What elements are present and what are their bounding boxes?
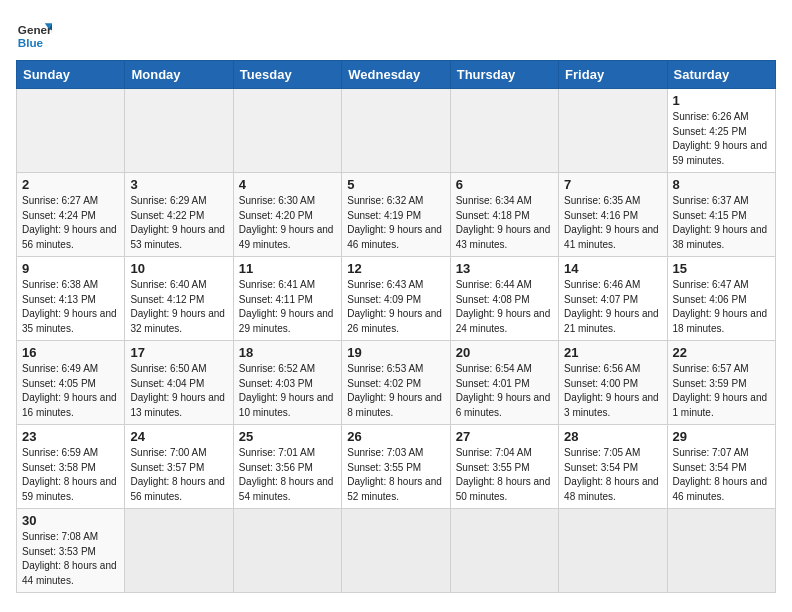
- day-info: Sunrise: 6:44 AM Sunset: 4:08 PM Dayligh…: [456, 278, 553, 336]
- day-info: Sunrise: 6:52 AM Sunset: 4:03 PM Dayligh…: [239, 362, 336, 420]
- calendar-day-cell: 18Sunrise: 6:52 AM Sunset: 4:03 PM Dayli…: [233, 341, 341, 425]
- day-info: Sunrise: 6:59 AM Sunset: 3:58 PM Dayligh…: [22, 446, 119, 504]
- day-number: 18: [239, 345, 336, 360]
- day-info: Sunrise: 7:08 AM Sunset: 3:53 PM Dayligh…: [22, 530, 119, 588]
- day-info: Sunrise: 7:04 AM Sunset: 3:55 PM Dayligh…: [456, 446, 553, 504]
- calendar-week-row: 23Sunrise: 6:59 AM Sunset: 3:58 PM Dayli…: [17, 425, 776, 509]
- calendar-day-cell: 26Sunrise: 7:03 AM Sunset: 3:55 PM Dayli…: [342, 425, 450, 509]
- day-number: 15: [673, 261, 770, 276]
- day-info: Sunrise: 6:30 AM Sunset: 4:20 PM Dayligh…: [239, 194, 336, 252]
- calendar-day-cell: 25Sunrise: 7:01 AM Sunset: 3:56 PM Dayli…: [233, 425, 341, 509]
- calendar-day-cell: 22Sunrise: 6:57 AM Sunset: 3:59 PM Dayli…: [667, 341, 775, 425]
- day-number: 28: [564, 429, 661, 444]
- day-number: 17: [130, 345, 227, 360]
- day-number: 3: [130, 177, 227, 192]
- day-info: Sunrise: 6:43 AM Sunset: 4:09 PM Dayligh…: [347, 278, 444, 336]
- day-info: Sunrise: 7:05 AM Sunset: 3:54 PM Dayligh…: [564, 446, 661, 504]
- svg-text:Blue: Blue: [18, 36, 44, 49]
- header: General Blue: [16, 16, 776, 52]
- day-number: 10: [130, 261, 227, 276]
- day-info: Sunrise: 6:47 AM Sunset: 4:06 PM Dayligh…: [673, 278, 770, 336]
- calendar-week-row: 30Sunrise: 7:08 AM Sunset: 3:53 PM Dayli…: [17, 509, 776, 593]
- day-info: Sunrise: 7:03 AM Sunset: 3:55 PM Dayligh…: [347, 446, 444, 504]
- calendar-day-cell: 10Sunrise: 6:40 AM Sunset: 4:12 PM Dayli…: [125, 257, 233, 341]
- day-number: 29: [673, 429, 770, 444]
- col-header-saturday: Saturday: [667, 61, 775, 89]
- col-header-wednesday: Wednesday: [342, 61, 450, 89]
- day-number: 30: [22, 513, 119, 528]
- calendar-week-row: 2Sunrise: 6:27 AM Sunset: 4:24 PM Daylig…: [17, 173, 776, 257]
- logo-icon: General Blue: [16, 16, 52, 52]
- day-info: Sunrise: 6:29 AM Sunset: 4:22 PM Dayligh…: [130, 194, 227, 252]
- day-number: 14: [564, 261, 661, 276]
- calendar-day-cell: 2Sunrise: 6:27 AM Sunset: 4:24 PM Daylig…: [17, 173, 125, 257]
- calendar-day-cell: 19Sunrise: 6:53 AM Sunset: 4:02 PM Dayli…: [342, 341, 450, 425]
- calendar-day-cell: 23Sunrise: 6:59 AM Sunset: 3:58 PM Dayli…: [17, 425, 125, 509]
- day-number: 11: [239, 261, 336, 276]
- calendar-day-cell: 11Sunrise: 6:41 AM Sunset: 4:11 PM Dayli…: [233, 257, 341, 341]
- day-info: Sunrise: 7:07 AM Sunset: 3:54 PM Dayligh…: [673, 446, 770, 504]
- calendar-day-cell: [450, 509, 558, 593]
- calendar-day-cell: 4Sunrise: 6:30 AM Sunset: 4:20 PM Daylig…: [233, 173, 341, 257]
- col-header-monday: Monday: [125, 61, 233, 89]
- day-info: Sunrise: 6:49 AM Sunset: 4:05 PM Dayligh…: [22, 362, 119, 420]
- day-number: 9: [22, 261, 119, 276]
- day-number: 25: [239, 429, 336, 444]
- col-header-sunday: Sunday: [17, 61, 125, 89]
- day-number: 8: [673, 177, 770, 192]
- calendar-day-cell: 27Sunrise: 7:04 AM Sunset: 3:55 PM Dayli…: [450, 425, 558, 509]
- day-info: Sunrise: 6:46 AM Sunset: 4:07 PM Dayligh…: [564, 278, 661, 336]
- calendar-day-cell: [342, 89, 450, 173]
- calendar-day-cell: 6Sunrise: 6:34 AM Sunset: 4:18 PM Daylig…: [450, 173, 558, 257]
- day-info: Sunrise: 6:32 AM Sunset: 4:19 PM Dayligh…: [347, 194, 444, 252]
- calendar-header-row: SundayMondayTuesdayWednesdayThursdayFrid…: [17, 61, 776, 89]
- calendar-day-cell: 20Sunrise: 6:54 AM Sunset: 4:01 PM Dayli…: [450, 341, 558, 425]
- day-info: Sunrise: 7:00 AM Sunset: 3:57 PM Dayligh…: [130, 446, 227, 504]
- day-info: Sunrise: 6:40 AM Sunset: 4:12 PM Dayligh…: [130, 278, 227, 336]
- calendar-day-cell: 12Sunrise: 6:43 AM Sunset: 4:09 PM Dayli…: [342, 257, 450, 341]
- calendar-day-cell: [342, 509, 450, 593]
- calendar-day-cell: 29Sunrise: 7:07 AM Sunset: 3:54 PM Dayli…: [667, 425, 775, 509]
- calendar-day-cell: 30Sunrise: 7:08 AM Sunset: 3:53 PM Dayli…: [17, 509, 125, 593]
- calendar-day-cell: 14Sunrise: 6:46 AM Sunset: 4:07 PM Dayli…: [559, 257, 667, 341]
- calendar-day-cell: 24Sunrise: 7:00 AM Sunset: 3:57 PM Dayli…: [125, 425, 233, 509]
- day-number: 23: [22, 429, 119, 444]
- calendar-day-cell: 3Sunrise: 6:29 AM Sunset: 4:22 PM Daylig…: [125, 173, 233, 257]
- calendar-week-row: 1Sunrise: 6:26 AM Sunset: 4:25 PM Daylig…: [17, 89, 776, 173]
- day-number: 21: [564, 345, 661, 360]
- day-number: 19: [347, 345, 444, 360]
- col-header-friday: Friday: [559, 61, 667, 89]
- calendar-day-cell: [125, 89, 233, 173]
- calendar-day-cell: 7Sunrise: 6:35 AM Sunset: 4:16 PM Daylig…: [559, 173, 667, 257]
- day-number: 26: [347, 429, 444, 444]
- day-info: Sunrise: 6:35 AM Sunset: 4:16 PM Dayligh…: [564, 194, 661, 252]
- calendar-table: SundayMondayTuesdayWednesdayThursdayFrid…: [16, 60, 776, 593]
- day-info: Sunrise: 6:27 AM Sunset: 4:24 PM Dayligh…: [22, 194, 119, 252]
- day-info: Sunrise: 6:37 AM Sunset: 4:15 PM Dayligh…: [673, 194, 770, 252]
- calendar-day-cell: [125, 509, 233, 593]
- col-header-tuesday: Tuesday: [233, 61, 341, 89]
- day-number: 4: [239, 177, 336, 192]
- day-info: Sunrise: 6:50 AM Sunset: 4:04 PM Dayligh…: [130, 362, 227, 420]
- day-info: Sunrise: 6:57 AM Sunset: 3:59 PM Dayligh…: [673, 362, 770, 420]
- day-number: 6: [456, 177, 553, 192]
- col-header-thursday: Thursday: [450, 61, 558, 89]
- calendar-day-cell: [233, 509, 341, 593]
- day-number: 20: [456, 345, 553, 360]
- calendar-day-cell: 8Sunrise: 6:37 AM Sunset: 4:15 PM Daylig…: [667, 173, 775, 257]
- calendar-day-cell: [450, 89, 558, 173]
- day-number: 1: [673, 93, 770, 108]
- day-number: 2: [22, 177, 119, 192]
- calendar-day-cell: 13Sunrise: 6:44 AM Sunset: 4:08 PM Dayli…: [450, 257, 558, 341]
- day-number: 12: [347, 261, 444, 276]
- day-number: 27: [456, 429, 553, 444]
- calendar-week-row: 16Sunrise: 6:49 AM Sunset: 4:05 PM Dayli…: [17, 341, 776, 425]
- calendar-week-row: 9Sunrise: 6:38 AM Sunset: 4:13 PM Daylig…: [17, 257, 776, 341]
- calendar-day-cell: 16Sunrise: 6:49 AM Sunset: 4:05 PM Dayli…: [17, 341, 125, 425]
- calendar-day-cell: 21Sunrise: 6:56 AM Sunset: 4:00 PM Dayli…: [559, 341, 667, 425]
- logo: General Blue: [16, 16, 52, 52]
- calendar-day-cell: 1Sunrise: 6:26 AM Sunset: 4:25 PM Daylig…: [667, 89, 775, 173]
- calendar-day-cell: [667, 509, 775, 593]
- day-info: Sunrise: 6:54 AM Sunset: 4:01 PM Dayligh…: [456, 362, 553, 420]
- day-number: 24: [130, 429, 227, 444]
